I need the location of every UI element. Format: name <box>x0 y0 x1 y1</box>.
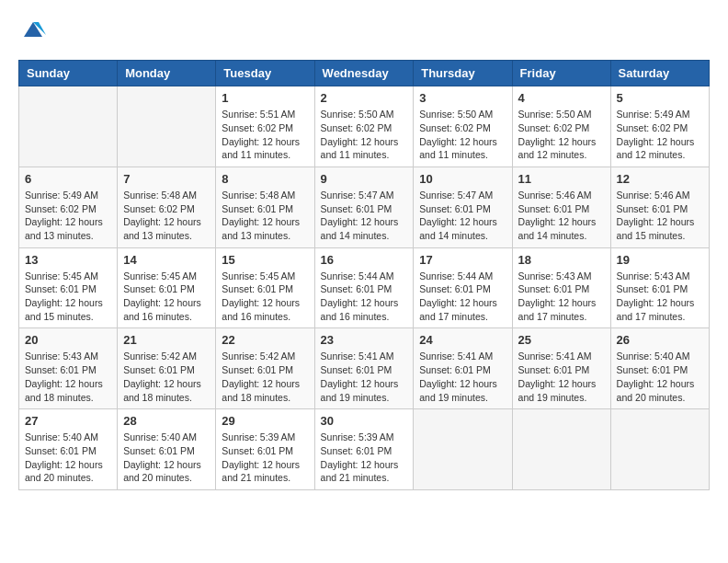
day-number: 5 <box>617 91 703 105</box>
day-number: 12 <box>617 172 703 186</box>
calendar-week-row: 27Sunrise: 5:40 AM Sunset: 6:01 PM Dayli… <box>19 409 710 490</box>
calendar: SundayMondayTuesdayWednesdayThursdayFrid… <box>18 60 710 490</box>
calendar-week-row: 13Sunrise: 5:45 AM Sunset: 6:01 PM Dayli… <box>19 247 710 328</box>
calendar-cell: 28Sunrise: 5:40 AM Sunset: 6:01 PM Dayli… <box>118 409 216 490</box>
day-number: 29 <box>222 414 308 428</box>
day-info: Sunrise: 5:50 AM Sunset: 6:02 PM Dayligh… <box>518 108 605 162</box>
day-number: 22 <box>222 333 308 347</box>
day-info: Sunrise: 5:40 AM Sunset: 6:01 PM Dayligh… <box>123 431 210 485</box>
calendar-cell: 21Sunrise: 5:42 AM Sunset: 6:01 PM Dayli… <box>118 328 216 409</box>
day-info: Sunrise: 5:40 AM Sunset: 6:01 PM Dayligh… <box>617 350 703 404</box>
day-info: Sunrise: 5:43 AM Sunset: 6:01 PM Dayligh… <box>518 270 605 324</box>
day-info: Sunrise: 5:46 AM Sunset: 6:01 PM Dayligh… <box>518 189 605 243</box>
day-number: 1 <box>222 91 308 105</box>
day-info: Sunrise: 5:47 AM Sunset: 6:01 PM Dayligh… <box>321 189 408 243</box>
day-info: Sunrise: 5:50 AM Sunset: 6:02 PM Dayligh… <box>419 108 506 162</box>
calendar-header-row: SundayMondayTuesdayWednesdayThursdayFrid… <box>19 61 710 86</box>
day-info: Sunrise: 5:43 AM Sunset: 6:01 PM Dayligh… <box>617 270 703 324</box>
calendar-week-row: 20Sunrise: 5:43 AM Sunset: 6:01 PM Dayli… <box>19 328 710 409</box>
calendar-cell: 14Sunrise: 5:45 AM Sunset: 6:01 PM Dayli… <box>118 247 216 328</box>
calendar-cell: 17Sunrise: 5:44 AM Sunset: 6:01 PM Dayli… <box>414 247 512 328</box>
calendar-cell <box>414 409 512 490</box>
calendar-cell: 26Sunrise: 5:40 AM Sunset: 6:01 PM Dayli… <box>610 328 709 409</box>
calendar-cell: 12Sunrise: 5:46 AM Sunset: 6:01 PM Dayli… <box>610 167 709 247</box>
calendar-cell: 23Sunrise: 5:41 AM Sunset: 6:01 PM Dayli… <box>314 328 414 409</box>
day-info: Sunrise: 5:48 AM Sunset: 6:01 PM Dayligh… <box>222 189 308 243</box>
day-number: 7 <box>123 172 210 186</box>
day-info: Sunrise: 5:45 AM Sunset: 6:01 PM Dayligh… <box>25 270 111 324</box>
day-number: 23 <box>321 333 408 347</box>
day-number: 9 <box>321 172 408 186</box>
day-number: 11 <box>518 172 605 186</box>
calendar-cell <box>512 409 610 490</box>
calendar-cell: 30Sunrise: 5:39 AM Sunset: 6:01 PM Dayli… <box>314 409 414 490</box>
day-info: Sunrise: 5:46 AM Sunset: 6:01 PM Dayligh… <box>617 189 703 243</box>
day-info: Sunrise: 5:49 AM Sunset: 6:02 PM Dayligh… <box>25 189 111 243</box>
day-info: Sunrise: 5:42 AM Sunset: 6:01 PM Dayligh… <box>123 350 210 404</box>
day-info: Sunrise: 5:44 AM Sunset: 6:01 PM Dayligh… <box>321 270 408 324</box>
day-of-week-header: Saturday <box>610 61 709 86</box>
day-info: Sunrise: 5:42 AM Sunset: 6:01 PM Dayligh… <box>222 350 308 404</box>
calendar-cell <box>610 409 709 490</box>
day-of-week-header: Tuesday <box>216 61 314 86</box>
day-info: Sunrise: 5:41 AM Sunset: 6:01 PM Dayligh… <box>518 350 605 404</box>
day-number: 20 <box>25 333 111 347</box>
calendar-cell: 8Sunrise: 5:48 AM Sunset: 6:01 PM Daylig… <box>216 167 314 247</box>
calendar-week-row: 1Sunrise: 5:51 AM Sunset: 6:02 PM Daylig… <box>19 86 710 167</box>
calendar-cell: 5Sunrise: 5:49 AM Sunset: 6:02 PM Daylig… <box>610 86 709 167</box>
day-of-week-header: Monday <box>118 61 216 86</box>
day-number: 28 <box>123 414 210 428</box>
day-number: 16 <box>321 253 408 267</box>
day-info: Sunrise: 5:45 AM Sunset: 6:01 PM Dayligh… <box>222 270 308 324</box>
day-number: 26 <box>617 333 703 347</box>
calendar-cell: 4Sunrise: 5:50 AM Sunset: 6:02 PM Daylig… <box>512 86 610 167</box>
day-number: 10 <box>419 172 506 186</box>
day-number: 25 <box>518 333 605 347</box>
calendar-cell: 3Sunrise: 5:50 AM Sunset: 6:02 PM Daylig… <box>414 86 512 167</box>
calendar-cell: 6Sunrise: 5:49 AM Sunset: 6:02 PM Daylig… <box>19 167 118 247</box>
day-number: 13 <box>25 253 111 267</box>
calendar-cell: 13Sunrise: 5:45 AM Sunset: 6:01 PM Dayli… <box>19 247 118 328</box>
day-info: Sunrise: 5:47 AM Sunset: 6:01 PM Dayligh… <box>419 189 506 243</box>
day-number: 19 <box>617 253 703 267</box>
day-info: Sunrise: 5:41 AM Sunset: 6:01 PM Dayligh… <box>321 350 408 404</box>
day-of-week-header: Wednesday <box>314 61 414 86</box>
day-number: 2 <box>321 91 408 105</box>
day-of-week-header: Friday <box>512 61 610 86</box>
day-info: Sunrise: 5:39 AM Sunset: 6:01 PM Dayligh… <box>321 431 408 485</box>
calendar-cell: 25Sunrise: 5:41 AM Sunset: 6:01 PM Dayli… <box>512 328 610 409</box>
day-number: 30 <box>321 414 408 428</box>
day-info: Sunrise: 5:45 AM Sunset: 6:01 PM Dayligh… <box>123 270 210 324</box>
calendar-cell: 20Sunrise: 5:43 AM Sunset: 6:01 PM Dayli… <box>19 328 118 409</box>
calendar-cell: 9Sunrise: 5:47 AM Sunset: 6:01 PM Daylig… <box>314 167 414 247</box>
header <box>18 18 710 45</box>
day-info: Sunrise: 5:44 AM Sunset: 6:01 PM Dayligh… <box>419 270 506 324</box>
calendar-cell: 22Sunrise: 5:42 AM Sunset: 6:01 PM Dayli… <box>216 328 314 409</box>
day-info: Sunrise: 5:50 AM Sunset: 6:02 PM Dayligh… <box>321 108 408 162</box>
calendar-cell: 16Sunrise: 5:44 AM Sunset: 6:01 PM Dayli… <box>314 247 414 328</box>
day-of-week-header: Sunday <box>19 61 118 86</box>
calendar-cell: 29Sunrise: 5:39 AM Sunset: 6:01 PM Dayli… <box>216 409 314 490</box>
day-info: Sunrise: 5:39 AM Sunset: 6:01 PM Dayligh… <box>222 431 308 485</box>
day-number: 18 <box>518 253 605 267</box>
day-number: 8 <box>222 172 308 186</box>
calendar-cell: 24Sunrise: 5:41 AM Sunset: 6:01 PM Dayli… <box>414 328 512 409</box>
day-info: Sunrise: 5:43 AM Sunset: 6:01 PM Dayligh… <box>25 350 111 404</box>
calendar-cell: 2Sunrise: 5:50 AM Sunset: 6:02 PM Daylig… <box>314 86 414 167</box>
day-number: 4 <box>518 91 605 105</box>
day-number: 15 <box>222 253 308 267</box>
calendar-cell: 27Sunrise: 5:40 AM Sunset: 6:01 PM Dayli… <box>19 409 118 490</box>
calendar-cell <box>19 86 118 167</box>
day-info: Sunrise: 5:51 AM Sunset: 6:02 PM Dayligh… <box>222 108 308 162</box>
day-number: 21 <box>123 333 210 347</box>
day-number: 27 <box>25 414 111 428</box>
day-info: Sunrise: 5:41 AM Sunset: 6:01 PM Dayligh… <box>419 350 506 404</box>
day-number: 3 <box>419 91 506 105</box>
day-info: Sunrise: 5:49 AM Sunset: 6:02 PM Dayligh… <box>617 108 703 162</box>
calendar-cell: 10Sunrise: 5:47 AM Sunset: 6:01 PM Dayli… <box>414 167 512 247</box>
logo-icon <box>20 18 46 44</box>
day-number: 14 <box>123 253 210 267</box>
calendar-cell <box>118 86 216 167</box>
calendar-cell: 11Sunrise: 5:46 AM Sunset: 6:01 PM Dayli… <box>512 167 610 247</box>
day-info: Sunrise: 5:48 AM Sunset: 6:02 PM Dayligh… <box>123 189 210 243</box>
